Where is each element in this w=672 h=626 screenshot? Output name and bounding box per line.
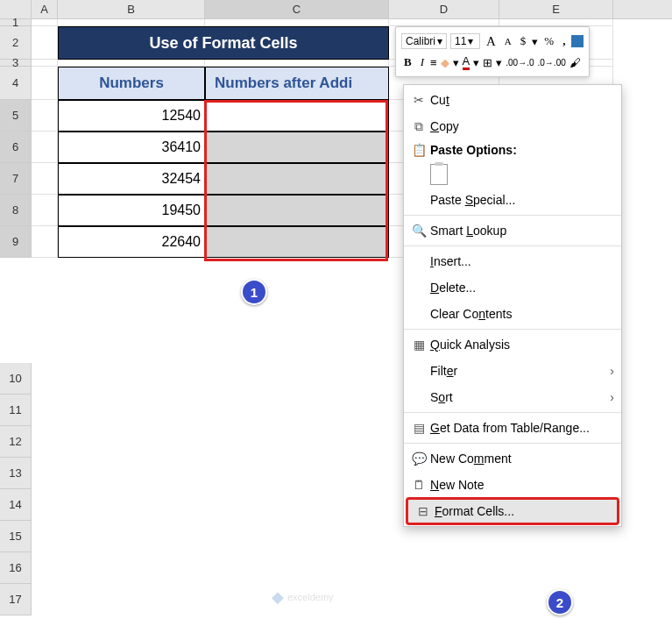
row-header-8[interactable]: 8 bbox=[0, 195, 32, 226]
col-header-E[interactable]: E bbox=[499, 0, 613, 18]
italic-button[interactable]: I bbox=[418, 54, 427, 70]
menu-clear-contents[interactable]: Clear Contents bbox=[404, 301, 621, 327]
align-icon[interactable]: ≡ bbox=[430, 56, 437, 69]
menu-smart-lookup[interactable]: 🔍Smart Lookup bbox=[404, 217, 621, 244]
cell-A2[interactable] bbox=[32, 26, 58, 60]
row-header-9[interactable]: 9 bbox=[0, 226, 32, 258]
menu-get-data[interactable]: ▤Get Data from Table/Range... bbox=[404, 415, 621, 441]
comma-button[interactable]: , bbox=[560, 33, 568, 49]
watermark: ◆ exceldemy bbox=[272, 587, 334, 607]
menu-copy[interactable]: ⧉Copy bbox=[404, 113, 621, 139]
row-header-16[interactable]: 16 bbox=[0, 552, 32, 584]
chevron-right-icon: › bbox=[610, 364, 614, 378]
decrease-decimal-icon[interactable]: .00→.0 bbox=[506, 58, 534, 68]
context-menu: ✂Cut ⧉Copy 📋Paste Options: Paste Special… bbox=[403, 84, 622, 527]
note-icon: 🗒 bbox=[407, 478, 430, 492]
border-icon[interactable]: ⊞ bbox=[483, 56, 492, 69]
title-cell[interactable]: Use of Format Cells bbox=[58, 26, 389, 60]
menu-new-note[interactable]: 🗒New Note bbox=[404, 472, 621, 498]
cell-B7[interactable]: 32454 bbox=[58, 163, 205, 195]
row-headers: 1 2 3 4 5 6 7 8 9 10 11 12 13 14 15 16 1… bbox=[0, 19, 32, 615]
paste-option-button[interactable] bbox=[430, 164, 448, 185]
menu-quick-analysis[interactable]: ▦Quick Analysis bbox=[404, 331, 621, 358]
clipboard-icon: 📋 bbox=[407, 143, 430, 157]
row-header-4[interactable]: 4 bbox=[0, 67, 32, 100]
menu-insert[interactable]: Insert... bbox=[404, 248, 621, 274]
menu-sort[interactable]: Sort› bbox=[404, 384, 621, 410]
row-header-12[interactable]: 12 bbox=[0, 426, 32, 458]
row-header-11[interactable]: 11 bbox=[0, 395, 32, 426]
currency-button[interactable]: $ bbox=[518, 33, 529, 49]
format-painter-icon[interactable]: 🖌 bbox=[569, 56, 581, 69]
cell-C8[interactable] bbox=[205, 195, 389, 226]
row-header-6[interactable]: 6 bbox=[0, 132, 32, 163]
format-icon[interactable] bbox=[571, 35, 584, 47]
cell-A7[interactable] bbox=[32, 163, 58, 195]
format-cells-icon: ⊟ bbox=[412, 504, 435, 518]
column-headers: A B C D E bbox=[0, 0, 672, 19]
col-header-D[interactable]: D bbox=[389, 0, 499, 18]
menu-paste-options-label: 📋Paste Options: bbox=[404, 139, 621, 160]
font-selector[interactable]: Calibri ▾ bbox=[401, 33, 447, 49]
logo-icon: ◆ bbox=[272, 587, 284, 607]
cell-A4[interactable] bbox=[32, 67, 58, 100]
cell-C6[interactable] bbox=[205, 132, 389, 163]
callout-badge-1: 1 bbox=[241, 279, 267, 305]
cell-A6[interactable] bbox=[32, 132, 58, 163]
analysis-icon: ▦ bbox=[407, 338, 430, 352]
font-size-selector[interactable]: 11 ▾ bbox=[450, 33, 480, 49]
menu-delete[interactable]: Delete... bbox=[404, 274, 621, 301]
percent-button[interactable]: % bbox=[541, 33, 556, 49]
copy-icon: ⧉ bbox=[407, 119, 430, 134]
row-header-17[interactable]: 17 bbox=[0, 584, 32, 615]
chevron-right-icon: › bbox=[610, 390, 614, 404]
cell-B8[interactable]: 19450 bbox=[58, 195, 205, 226]
header-numbers[interactable]: Numbers bbox=[58, 67, 205, 100]
col-header-C[interactable]: C bbox=[205, 0, 389, 18]
cell-C9[interactable] bbox=[205, 226, 389, 258]
cell-B9[interactable]: 22640 bbox=[58, 226, 205, 258]
callout-badge-2: 2 bbox=[547, 589, 573, 615]
header-numbers-after[interactable]: Numbers after Addi bbox=[205, 67, 389, 100]
row-header-5[interactable]: 5 bbox=[0, 100, 32, 132]
fill-color-icon[interactable]: ◆ bbox=[441, 56, 449, 69]
col-header-A[interactable]: A bbox=[32, 0, 58, 18]
col-header-B[interactable]: B bbox=[58, 0, 205, 18]
increase-decimal-icon[interactable]: .0→.00 bbox=[538, 58, 566, 68]
row-header-14[interactable]: 14 bbox=[0, 489, 32, 521]
row-header-3[interactable]: 3 bbox=[0, 60, 32, 67]
decrease-font-icon[interactable]: A bbox=[502, 35, 514, 47]
row-header-10[interactable]: 10 bbox=[0, 363, 32, 395]
comment-icon: 💬 bbox=[407, 452, 430, 466]
bold-button[interactable]: B bbox=[401, 54, 414, 70]
mini-toolbar: Calibri ▾ 11 ▾ A A $ ▾ % , B I ≡ ◆▾ A▾ ⊞… bbox=[395, 26, 590, 77]
menu-filter[interactable]: Filter› bbox=[404, 358, 621, 384]
cell-A8[interactable] bbox=[32, 195, 58, 226]
menu-cut[interactable]: ✂Cut bbox=[404, 87, 621, 113]
row-header-2[interactable]: 2 bbox=[0, 26, 32, 60]
row-header-7[interactable]: 7 bbox=[0, 163, 32, 195]
increase-font-icon[interactable]: A bbox=[484, 33, 499, 50]
cell-C5[interactable] bbox=[205, 100, 389, 132]
cell-A9[interactable] bbox=[32, 226, 58, 258]
menu-format-cells[interactable]: ⊟Format Cells... bbox=[406, 497, 619, 525]
table-icon: ▤ bbox=[407, 421, 430, 435]
search-icon: 🔍 bbox=[407, 224, 430, 238]
cell-B5[interactable]: 12540 bbox=[58, 100, 205, 132]
font-color-icon[interactable]: A bbox=[463, 54, 470, 70]
scissors-icon: ✂ bbox=[407, 93, 430, 107]
menu-new-comment[interactable]: 💬New Comment bbox=[404, 445, 621, 472]
row-header-1[interactable]: 1 bbox=[0, 19, 32, 26]
cell-B6[interactable]: 36410 bbox=[58, 132, 205, 163]
row-header-15[interactable]: 15 bbox=[0, 521, 32, 552]
row-header-13[interactable]: 13 bbox=[0, 458, 32, 489]
cell-C7[interactable] bbox=[205, 163, 389, 195]
cell-A5[interactable] bbox=[32, 100, 58, 132]
menu-paste-special[interactable]: Paste Special... bbox=[404, 187, 621, 213]
